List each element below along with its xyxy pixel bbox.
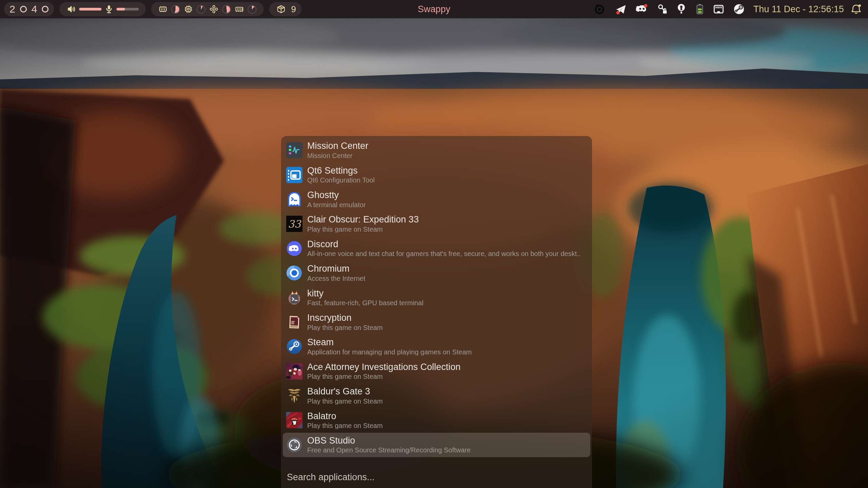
clair-obscur-icon: 33 bbox=[286, 216, 302, 232]
app-subtitle: Free and Open Source Streaming/Recording… bbox=[307, 447, 470, 453]
app-title: Ace Attorney Investigations Collection bbox=[307, 363, 461, 372]
notification-bell-icon[interactable] bbox=[851, 3, 862, 15]
svg-text:33: 33 bbox=[288, 218, 301, 230]
ram-usage-gauge bbox=[247, 5, 257, 14]
top-bar: Swappy 2 4 bbox=[0, 0, 868, 18]
keyring-tray-icon[interactable] bbox=[676, 3, 686, 15]
updates-module[interactable]: 9 bbox=[269, 2, 301, 16]
clock[interactable]: Thu 11 Dec - 12:56:15 bbox=[753, 4, 844, 15]
microphone-icon bbox=[105, 4, 113, 14]
obs-studio-icon bbox=[286, 437, 302, 453]
list-item-obs-studio[interactable]: OBS StudioFree and Open Source Streaming… bbox=[283, 433, 590, 457]
list-item-mission-center[interactable]: Mission CenterMission Center bbox=[283, 138, 590, 162]
speaker-icon bbox=[67, 4, 76, 14]
package-icon bbox=[276, 4, 286, 14]
ram-icon bbox=[235, 4, 244, 14]
inscryption-icon bbox=[286, 314, 302, 330]
app-subtitle: Application for managing and playing gam… bbox=[307, 349, 472, 355]
workspace-circle-icon[interactable] bbox=[42, 6, 49, 13]
app-title: kitty bbox=[307, 289, 423, 298]
list-item-kitty[interactable]: kittyFast, feature-rich, GPU based termi… bbox=[283, 285, 590, 310]
discord-tray-icon[interactable] bbox=[635, 3, 648, 15]
steam-icon bbox=[286, 338, 302, 355]
cpu-icon bbox=[184, 4, 193, 14]
ace-attorney-icon bbox=[286, 363, 302, 379]
app-subtitle: A terminal emulator bbox=[307, 201, 366, 208]
ethernet-tray-icon[interactable] bbox=[713, 4, 724, 15]
qt6-settings-icon bbox=[286, 167, 302, 183]
list-item-steam[interactable]: SteamApplication for managing and playin… bbox=[283, 334, 590, 359]
gpu-usage-gauge bbox=[222, 5, 231, 14]
audio-module[interactable] bbox=[59, 2, 146, 16]
workspace-number-1[interactable]: 2 bbox=[10, 4, 15, 14]
mic-slider[interactable] bbox=[116, 8, 139, 11]
keepassxc-tray-icon[interactable] bbox=[657, 3, 668, 15]
app-title: OBS Studio bbox=[307, 436, 470, 446]
list-item-balatro[interactable]: BalatroPlay this game on Steam bbox=[283, 408, 590, 432]
volume-slider[interactable] bbox=[79, 8, 101, 11]
discord-icon bbox=[286, 240, 302, 257]
app-subtitle: Access the Internet bbox=[307, 275, 365, 282]
app-title: Qt6 Settings bbox=[307, 166, 375, 176]
telegram-tray-icon[interactable] bbox=[615, 3, 627, 15]
app-subtitle: Play this game on Steam bbox=[307, 226, 419, 233]
search-input[interactable] bbox=[287, 472, 586, 483]
app-launcher: Mission CenterMission Center Qt6 Setting… bbox=[281, 136, 592, 488]
steelseries-tray-icon[interactable] bbox=[593, 2, 606, 16]
balatro-icon bbox=[286, 412, 302, 428]
system-tray bbox=[591, 2, 747, 16]
list-item-ace-attorney[interactable]: Ace Attorney Investigations CollectionPl… bbox=[283, 359, 590, 384]
mission-center-icon bbox=[286, 142, 302, 158]
cpu-usage-gauge bbox=[197, 5, 206, 14]
app-subtitle: Fast, feature-rich, GPU based terminal bbox=[307, 299, 423, 306]
kitty-icon bbox=[286, 290, 302, 306]
app-title: Ghostty bbox=[307, 191, 366, 200]
app-subtitle: Play this game on Steam bbox=[307, 398, 383, 405]
workspace-number-2[interactable]: 4 bbox=[32, 4, 37, 14]
app-title: Chromium bbox=[307, 264, 365, 274]
app-subtitle: Mission Center bbox=[307, 152, 368, 159]
app-subtitle: All-in-one voice and text chat for gamer… bbox=[307, 250, 580, 257]
chromium-icon bbox=[286, 265, 302, 281]
list-item-ghostty[interactable]: GhosttyA terminal emulator bbox=[283, 187, 590, 212]
app-subtitle: Qt6 Configuration Tool bbox=[307, 177, 375, 183]
app-title: Balatro bbox=[307, 412, 383, 421]
memory-usage-gauge bbox=[171, 5, 180, 14]
steam-tray-icon[interactable] bbox=[733, 3, 745, 15]
baldurs-gate-3-icon bbox=[286, 388, 302, 404]
workspaces-module[interactable]: 2 4 bbox=[4, 2, 54, 16]
ghostty-icon bbox=[286, 191, 302, 208]
app-title: Baldur's Gate 3 bbox=[307, 387, 383, 396]
list-item-clair-obscur[interactable]: 33 Clair Obscur: Expedition 33Play this … bbox=[283, 212, 590, 236]
list-item-inscryption[interactable]: InscryptionPlay this game on Steam bbox=[283, 310, 590, 334]
battery-tray-icon[interactable] bbox=[695, 3, 704, 15]
app-subtitle: Play this game on Steam bbox=[307, 422, 383, 429]
app-title: Discord bbox=[307, 240, 580, 249]
app-title: Inscryption bbox=[307, 313, 383, 323]
list-item-discord[interactable]: DiscordAll-in-one voice and text chat fo… bbox=[283, 236, 590, 261]
list-item-chromium[interactable]: ChromiumAccess the Internet bbox=[283, 261, 590, 285]
memory-chip-icon bbox=[158, 4, 168, 14]
app-title: Clair Obscur: Expedition 33 bbox=[307, 215, 419, 225]
app-title: Steam bbox=[307, 338, 472, 347]
app-subtitle: Play this game on Steam bbox=[307, 324, 383, 331]
app-title: Mission Center bbox=[307, 141, 368, 151]
list-item-qt6-settings[interactable]: Qt6 SettingsQt6 Configuration Tool bbox=[283, 162, 590, 187]
list-item-baldurs-gate-3[interactable]: Baldur's Gate 3Play this game on Steam bbox=[283, 384, 590, 408]
gpu-icon bbox=[209, 4, 219, 14]
sensors-module[interactable] bbox=[151, 2, 264, 16]
workspace-circle-icon[interactable] bbox=[20, 6, 27, 13]
app-subtitle: Play this game on Steam bbox=[307, 373, 461, 380]
updates-count: 9 bbox=[291, 4, 296, 15]
search-row bbox=[281, 472, 592, 488]
